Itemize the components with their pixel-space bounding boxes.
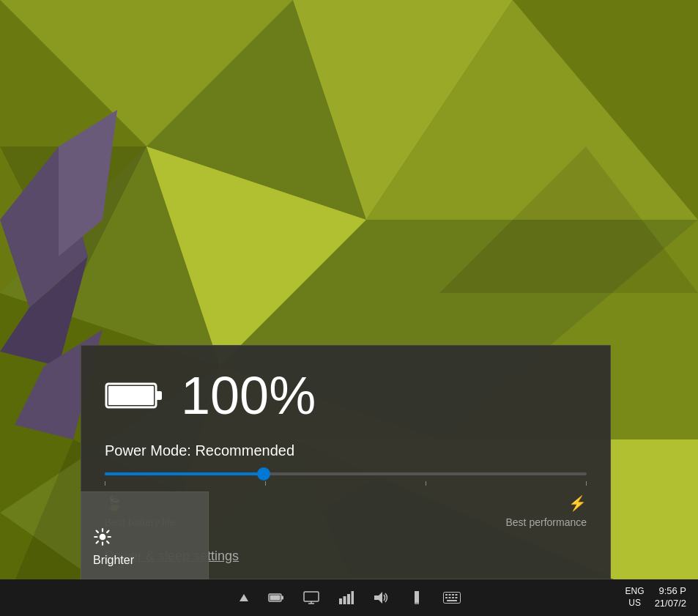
svg-point-25 xyxy=(100,534,106,541)
slider-tick xyxy=(426,481,426,486)
brighter-label: Brighter xyxy=(93,554,134,567)
svg-rect-53 xyxy=(455,594,457,595)
monitor-icon xyxy=(303,591,319,604)
taskbar-center-icons xyxy=(231,582,468,614)
svg-rect-43 xyxy=(347,594,350,604)
best-performance-text: Best performance xyxy=(506,516,587,528)
slider-ticks xyxy=(105,481,587,486)
slider-tick xyxy=(265,481,266,486)
network-taskbar-icon[interactable] xyxy=(330,582,363,614)
svg-rect-51 xyxy=(448,594,450,595)
best-performance-label: ⚡ Best performance xyxy=(506,494,587,528)
slider-thumb[interactable] xyxy=(257,467,270,480)
svg-rect-56 xyxy=(452,597,454,598)
power-mode-slider-container xyxy=(105,472,587,486)
svg-line-31 xyxy=(107,541,108,543)
svg-rect-38 xyxy=(304,592,319,601)
svg-line-33 xyxy=(97,541,98,543)
battery-header: 100% xyxy=(105,369,587,422)
svg-marker-4 xyxy=(146,146,366,366)
language-region: US xyxy=(625,598,645,609)
battery-percentage: 100% xyxy=(181,369,316,422)
svg-rect-58 xyxy=(447,600,457,601)
keyboard-icon xyxy=(443,592,461,604)
power-mode-label: Power Mode: Recommended xyxy=(105,442,587,459)
battery-taskbar-icon[interactable] xyxy=(260,582,292,614)
svg-rect-24 xyxy=(108,386,154,405)
battery-small-icon xyxy=(268,593,284,603)
clock-time: 9:56 P xyxy=(655,585,686,598)
slider-tick xyxy=(586,481,587,486)
volume-taskbar-icon[interactable] xyxy=(365,582,398,614)
pen-taskbar-icon[interactable] xyxy=(401,582,433,614)
language-name: ENG xyxy=(625,586,645,598)
volume-icon xyxy=(374,591,389,604)
svg-rect-52 xyxy=(452,594,454,595)
svg-marker-45 xyxy=(374,592,382,604)
svg-rect-36 xyxy=(281,596,283,600)
svg-rect-50 xyxy=(445,594,448,595)
svg-rect-23 xyxy=(156,391,162,400)
battery-icon xyxy=(105,379,163,412)
svg-rect-54 xyxy=(445,597,448,598)
show-hidden-icons-button[interactable] xyxy=(231,582,257,614)
svg-rect-37 xyxy=(270,595,280,601)
svg-rect-44 xyxy=(351,591,354,604)
bolt-icon: ⚡ xyxy=(568,494,587,512)
taskbar: ENG US 9:56 P 21/07/2 xyxy=(0,579,698,616)
svg-rect-41 xyxy=(339,598,342,604)
svg-marker-34 xyxy=(240,594,248,601)
pen-icon xyxy=(410,591,423,604)
svg-rect-57 xyxy=(455,597,457,598)
clock-date: 21/07/2 xyxy=(655,598,686,610)
slider-fill xyxy=(105,472,264,475)
svg-line-32 xyxy=(107,531,108,532)
language-indicator[interactable]: ENG US xyxy=(623,586,647,609)
chevron-up-icon xyxy=(240,594,248,601)
system-clock[interactable]: 9:56 P 21/07/2 xyxy=(649,585,692,610)
network-icon xyxy=(339,591,354,604)
display-taskbar-icon[interactable] xyxy=(295,582,327,614)
svg-rect-42 xyxy=(343,596,346,604)
keyboard-taskbar-icon[interactable] xyxy=(436,582,468,614)
svg-rect-55 xyxy=(448,597,450,598)
svg-line-30 xyxy=(97,531,98,532)
brighter-button[interactable]: Brighter xyxy=(81,491,209,579)
slider-tick xyxy=(105,481,105,486)
taskbar-right-area: ENG US 9:56 P 21/07/2 xyxy=(623,585,692,610)
slider-track[interactable] xyxy=(105,472,587,475)
sun-icon xyxy=(93,527,112,546)
